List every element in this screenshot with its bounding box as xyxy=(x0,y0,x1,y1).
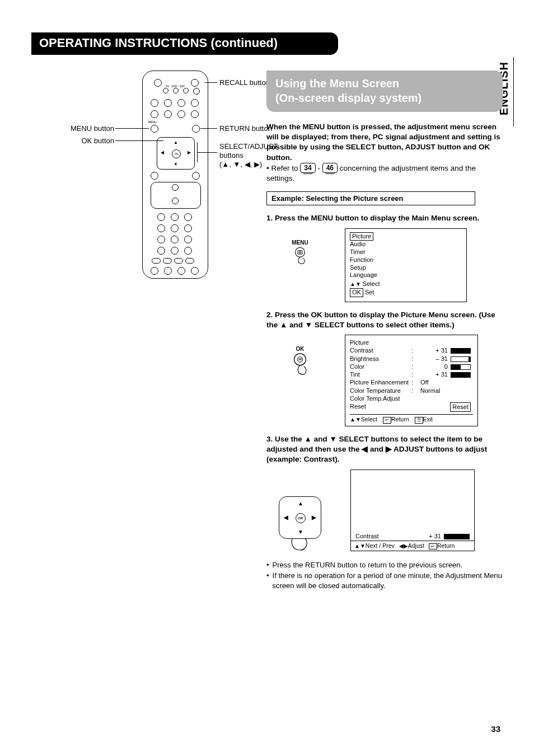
notes-block: •Press the RETURN button to return to th… xyxy=(266,560,503,591)
menu-item-timer: Timer xyxy=(350,248,462,256)
menu-button-illustration: MENU xyxy=(266,228,334,265)
menu-label: MENU xyxy=(292,240,308,246)
section-title-line2: (On-screen display system) xyxy=(275,92,421,104)
menu-item-setup: Setup xyxy=(350,264,462,272)
reset-box: Reset xyxy=(450,402,471,411)
step-2: 2. Press the OK button to display the Pi… xyxy=(266,310,503,330)
language-tab-divider xyxy=(513,57,514,126)
contrast-adjust-osd: Contrast + 31 ▲▼Next / Prev ◀▶Adjust ↵Re… xyxy=(350,469,475,551)
menu-icon xyxy=(291,246,310,265)
menu-item-picture: Picture xyxy=(350,232,373,241)
callout-select-adjust-2: buttons xyxy=(219,151,243,159)
remote-diagram: TV DVD SAT MENU xyxy=(31,71,255,294)
page-ref-34: 34 xyxy=(300,163,315,173)
row-picture-enhancement: Picture Enhancement xyxy=(350,378,411,386)
pm-footer-select: Select xyxy=(361,416,377,422)
callout-ok-button: OK button xyxy=(75,137,114,145)
section-title: Using the Menu Screen (On-screen display… xyxy=(266,71,503,112)
refer-dash: - xyxy=(317,164,322,172)
step-3: 3. Use the ▲ and ▼ SELECT buttons to sel… xyxy=(266,434,503,465)
cb-footer-return: Return xyxy=(437,542,455,549)
page-ref-46: 46 xyxy=(322,163,338,173)
intro-bold: When the MENU button is pressed, the adj… xyxy=(266,123,500,162)
updown-icon: ▲▼ xyxy=(350,281,361,287)
menu-item-function: Function xyxy=(350,256,462,264)
contrast-label: Contrast xyxy=(355,533,379,539)
dpad-illustration: OK ▲ ▼ ◀ ▶ xyxy=(266,477,334,551)
menu-item-audio: Audio xyxy=(350,241,462,248)
cb-footer-next: Next / Prev xyxy=(366,542,395,549)
footer-select: Select xyxy=(363,280,380,287)
footer-ok-box: OK xyxy=(350,288,363,297)
page-number: 33 xyxy=(491,724,500,734)
row-reset: Reset xyxy=(350,402,411,411)
ok-icon: OK xyxy=(288,352,312,375)
row-color: Color xyxy=(350,363,411,370)
remote-dpad: OK ▲ ▼ ◀ ▶ xyxy=(157,137,195,170)
callout-select-adjust-arrows: (▲, ▼, ◀, ▶) xyxy=(219,160,262,168)
example-heading: Example: Selecting the Picture screen xyxy=(266,191,475,205)
svg-text:OK: OK xyxy=(298,358,302,361)
picture-menu-title: Picture xyxy=(350,339,473,346)
callout-return-button: RETURN button xyxy=(219,124,272,133)
picture-menu-osd: Picture Contrast:+ 31 Brightness:– 31 Co… xyxy=(345,335,478,426)
row-tint: Tint xyxy=(350,370,411,378)
main-menu-osd: Picture Audio Timer Function Setup Langu… xyxy=(345,228,467,302)
intro-text: When the MENU button is pressed, the adj… xyxy=(266,122,503,184)
step-1: 1. Press the MENU button to display the … xyxy=(266,213,503,223)
contrast-value: + 31 xyxy=(429,533,441,539)
footer-set-label: Set xyxy=(365,289,374,295)
ok-label: OK xyxy=(296,346,305,352)
pm-footer-exit: Exit xyxy=(423,416,433,422)
callout-recall-button: RECALL button xyxy=(219,78,270,87)
refer-prefix: • Refer to xyxy=(266,164,300,172)
row-color-temp-adjust: Color Temp.Adjust xyxy=(350,395,411,402)
ok-button-illustration: OK OK xyxy=(266,335,334,375)
menu-item-language: Language xyxy=(350,271,462,279)
page-header: OPERATING INSTRUCTIONS (continued) xyxy=(31,32,338,55)
row-contrast: Contrast xyxy=(350,346,411,354)
note-1: Press the RETURN button to return to the… xyxy=(273,560,463,570)
cb-footer-adjust: Adjust xyxy=(408,542,424,549)
section-title-line1: Using the Menu Screen xyxy=(275,77,399,90)
pm-footer-return: Return xyxy=(391,416,409,422)
row-brightness: Brightness xyxy=(350,355,411,363)
callout-menu-button: MENU button xyxy=(67,124,114,133)
remote-outline: TV DVD SAT MENU xyxy=(142,71,208,279)
row-color-temperature: Color Temperature xyxy=(350,387,411,395)
note-2: If there is no operation for a period of… xyxy=(273,571,503,590)
